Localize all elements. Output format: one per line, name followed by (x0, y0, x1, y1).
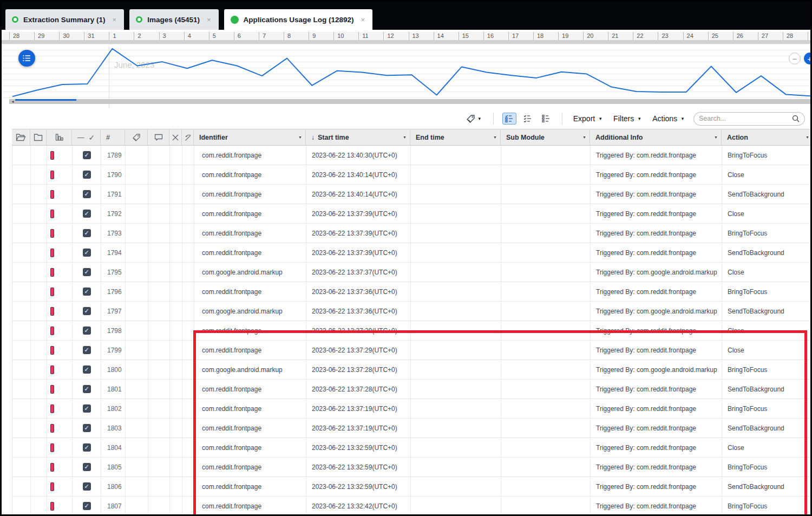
column-end-time[interactable]: End time▼ (410, 129, 501, 145)
additional-info-value: Triggered By: com.reddit.frontpage (596, 288, 696, 296)
row-checkbox[interactable]: ✓ (83, 404, 91, 413)
table-row[interactable]: ✓ 1807 com.reddit.frontpage 2023-06-22 1… (12, 497, 810, 516)
filters-menu-button[interactable]: Filters▼ (611, 113, 644, 124)
column-number[interactable]: # (101, 129, 125, 145)
table-row[interactable]: ✓ 1804 com.reddit.frontpage 2023-06-22 1… (12, 438, 810, 458)
timeline-date-ruler[interactable]: 2829303112345678910111213141516171819202… (2, 32, 810, 40)
table-row[interactable]: ✓ 1790 com.reddit.frontpage 2023-06-22 1… (12, 165, 810, 185)
row-checkbox[interactable]: ✓ (83, 346, 91, 354)
ruler-day-tick: 25 (708, 32, 733, 40)
zoom-out-button[interactable]: − (789, 53, 801, 64)
row-checkbox[interactable]: ✓ (83, 210, 91, 218)
usage-bar-icon (50, 229, 54, 238)
row-checkbox[interactable]: ✓ (83, 326, 91, 335)
table-row[interactable]: ✓ 1799 com.reddit.frontpage 2023-06-22 1… (12, 341, 810, 360)
cell-folder-open (12, 282, 31, 302)
row-checkbox[interactable]: ✓ (83, 249, 91, 257)
cell-additional-info: Triggered By: com.reddit.frontpage (591, 185, 722, 204)
tab-close-icon[interactable]: × (361, 16, 365, 24)
row-checkbox[interactable]: ✓ (83, 443, 91, 452)
row-checkbox[interactable]: ✓ (83, 190, 91, 198)
action-value: Close (728, 347, 744, 354)
table-row[interactable]: ✓ 1794 com.reddit.frontpage 2023-06-22 1… (12, 243, 810, 263)
chevron-down-icon[interactable]: ▼ (806, 135, 809, 139)
table-row[interactable]: ✓ 1803 com.reddit.frontpage 2023-06-22 1… (12, 419, 810, 438)
table-row[interactable]: ✓ 1791 com.reddit.frontpage 2023-06-22 1… (12, 185, 810, 204)
timeline-scroll-thumb[interactable] (15, 99, 76, 101)
table-row[interactable]: ✓ 1798 com.reddit.frontpage 2023-06-22 1… (12, 321, 810, 341)
column-comment[interactable] (148, 129, 169, 145)
export-menu-button[interactable]: Export▼ (571, 113, 605, 124)
tab-3[interactable]: Applications Usage Log (12892)× (224, 9, 373, 30)
actions-menu-button[interactable]: Actions▼ (650, 113, 687, 124)
column-carve[interactable] (182, 129, 194, 145)
table-row[interactable]: ✓ 1805 com.reddit.frontpage 2023-06-22 1… (12, 458, 810, 477)
chevron-down-icon[interactable]: ▼ (714, 135, 718, 139)
comment-icon (154, 134, 163, 141)
view-mode-checked-button[interactable] (521, 113, 535, 125)
timeline-menu-button[interactable] (18, 50, 35, 67)
table-row[interactable]: ✓ 1793 com.reddit.frontpage 2023-06-22 1… (12, 224, 810, 243)
table-row[interactable]: ✓ 1796 com.reddit.frontpage 2023-06-22 1… (12, 282, 810, 302)
row-checkbox[interactable]: ✓ (83, 502, 91, 510)
timeline-chart[interactable]: June, 2023 (2, 44, 810, 99)
tab-close-icon[interactable]: × (207, 16, 211, 24)
column-folder-closed[interactable] (30, 129, 47, 145)
row-checkbox[interactable]: ✓ (83, 268, 91, 276)
row-checkbox[interactable]: ✓ (83, 151, 91, 159)
cell-folder-closed (31, 477, 47, 497)
table-row[interactable]: ✓ 1801 com.reddit.frontpage 2023-06-22 1… (12, 380, 810, 399)
cell-chart (47, 185, 73, 204)
column-folder-open[interactable] (12, 129, 30, 145)
column-chart[interactable] (47, 129, 72, 145)
table-row[interactable]: ✓ 1797 com.google.android.markup 2023-06… (12, 302, 810, 321)
chevron-down-icon[interactable]: ▼ (493, 135, 497, 139)
zoom-in-button[interactable]: + (804, 53, 812, 64)
chevron-down-icon[interactable]: ▼ (298, 135, 302, 139)
scroll-left-icon[interactable]: ◄ (11, 99, 15, 104)
view-mode-mixed-button[interactable] (502, 113, 516, 125)
table-row[interactable]: ✓ 1806 com.reddit.frontpage 2023-06-22 1… (12, 477, 810, 497)
column-sub-module[interactable]: Sub Module▼ (501, 129, 590, 145)
search-box[interactable] (693, 112, 805, 126)
table-row[interactable]: ✓ 1800 com.google.android.markup 2023-06… (12, 360, 810, 380)
column-checked[interactable]: — ✓ (72, 129, 101, 145)
tab-close-icon[interactable]: × (113, 16, 117, 24)
table-row[interactable]: ✓ 1802 com.reddit.frontpage 2023-06-22 1… (12, 399, 810, 419)
tab-2[interactable]: Images (45451)× (129, 9, 218, 30)
tab-1[interactable]: Extraction Summary (1)× (5, 9, 124, 30)
chevron-down-icon[interactable]: ▼ (582, 135, 586, 139)
tag-filter-button[interactable]: ▼ (463, 112, 484, 126)
column-identifier[interactable]: Identifier▼ (194, 129, 306, 145)
table-row[interactable]: ✓ 1789 com.reddit.frontpage 2023-06-22 1… (12, 146, 810, 165)
cell-chart (47, 419, 73, 438)
row-checkbox[interactable]: ✓ (83, 365, 91, 374)
row-checkbox[interactable]: ✓ (83, 482, 91, 491)
cell-number: 1801 (101, 380, 126, 399)
cell-start-time: 2023-06-22 13:37:29(UTC+0) (306, 341, 411, 360)
timeline-scrollbar[interactable]: ◄ (9, 99, 810, 104)
ruler-day-tick: 2 (134, 32, 159, 40)
ruler-day-tick: 17 (508, 32, 533, 40)
row-checkbox[interactable]: ✓ (83, 171, 91, 179)
cell-comment (148, 263, 170, 282)
row-checkbox[interactable]: ✓ (83, 424, 91, 432)
row-checkbox[interactable]: ✓ (83, 229, 91, 237)
row-checkbox[interactable]: ✓ (83, 307, 91, 315)
column-start-time[interactable]: ↓Start time▼ (306, 129, 410, 145)
row-checkbox[interactable]: ✓ (83, 288, 91, 296)
search-input[interactable] (699, 115, 789, 122)
cell-start-time: 2023-06-22 13:37:39(UTC+0) (306, 204, 411, 224)
row-checkbox[interactable]: ✓ (83, 463, 91, 471)
chevron-down-icon[interactable]: ▼ (403, 135, 407, 139)
column-additional-info[interactable]: Additional Info▼ (590, 129, 722, 145)
column-tag[interactable] (125, 129, 148, 145)
table-row[interactable]: ✓ 1795 com.google.android.markup 2023-06… (12, 263, 810, 282)
view-mode-group (502, 113, 553, 125)
column-delete[interactable] (169, 129, 182, 145)
row-checkbox[interactable]: ✓ (83, 385, 91, 393)
view-mode-unchecked-button[interactable] (539, 113, 553, 125)
column-action[interactable]: Action▼ (722, 129, 812, 145)
table-row[interactable]: ✓ 1792 com.reddit.frontpage 2023-06-22 1… (12, 204, 810, 224)
cell-tag (126, 165, 148, 185)
